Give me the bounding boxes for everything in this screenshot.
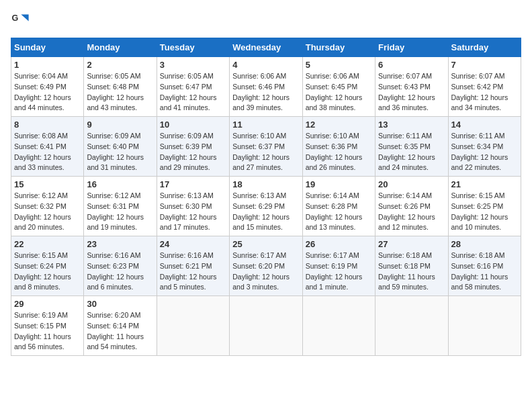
logo: G — [11, 11, 32, 30]
day-info: Sunrise: 6:17 AMSunset: 6:20 PMDaylight:… — [232, 251, 290, 291]
day-number: 7 — [451, 60, 518, 70]
calendar-week-row: 22 Sunrise: 6:15 AMSunset: 6:24 PMDaylig… — [11, 236, 521, 296]
day-number: 29 — [14, 299, 81, 309]
calendar-cell: 30 Sunrise: 6:20 AMSunset: 6:14 PMDaylig… — [84, 296, 157, 356]
calendar-cell: 15 Sunrise: 6:12 AMSunset: 6:32 PMDaylig… — [11, 177, 84, 236]
day-number: 1 — [14, 60, 81, 70]
calendar-cell: 11 Sunrise: 6:10 AMSunset: 6:37 PMDaylig… — [230, 117, 302, 177]
calendar-cell: 17 Sunrise: 6:13 AMSunset: 6:30 PMDaylig… — [157, 177, 229, 236]
calendar-cell: 8 Sunrise: 6:08 AMSunset: 6:41 PMDayligh… — [11, 117, 84, 177]
day-number: 26 — [306, 239, 372, 249]
day-number: 5 — [306, 60, 372, 70]
day-number: 19 — [306, 179, 372, 189]
calendar-cell: 25 Sunrise: 6:17 AMSunset: 6:20 PMDaylig… — [230, 236, 302, 296]
calendar-header-wednesday: Wednesday — [230, 38, 302, 57]
calendar-header-monday: Monday — [84, 38, 157, 57]
calendar-cell: 5 Sunrise: 6:06 AMSunset: 6:45 PMDayligh… — [302, 57, 375, 117]
calendar-cell: 13 Sunrise: 6:11 AMSunset: 6:35 PMDaylig… — [375, 117, 448, 177]
day-info: Sunrise: 6:11 AMSunset: 6:34 PMDaylight:… — [451, 132, 508, 171]
svg-text:G: G — [11, 13, 18, 23]
calendar-week-row: 29 Sunrise: 6:19 AMSunset: 6:15 PMDaylig… — [11, 296, 521, 356]
calendar-cell — [375, 296, 448, 356]
day-number: 30 — [87, 299, 153, 309]
day-info: Sunrise: 6:07 AMSunset: 6:42 PMDaylight:… — [451, 72, 508, 111]
calendar-header-tuesday: Tuesday — [157, 38, 229, 57]
day-number: 16 — [87, 179, 153, 189]
day-number: 25 — [232, 239, 299, 249]
day-info: Sunrise: 6:16 AMSunset: 6:21 PMDaylight:… — [160, 251, 217, 291]
day-number: 22 — [14, 239, 81, 249]
calendar-cell: 27 Sunrise: 6:18 AMSunset: 6:18 PMDaylig… — [375, 236, 448, 296]
day-info: Sunrise: 6:18 AMSunset: 6:16 PMDaylight:… — [451, 251, 508, 291]
calendar-body: 1 Sunrise: 6:04 AMSunset: 6:49 PMDayligh… — [11, 57, 521, 356]
day-number: 8 — [14, 120, 81, 130]
calendar-cell: 9 Sunrise: 6:09 AMSunset: 6:40 PMDayligh… — [84, 117, 157, 177]
calendar-cell: 4 Sunrise: 6:06 AMSunset: 6:46 PMDayligh… — [230, 57, 302, 117]
day-number: 15 — [14, 179, 81, 189]
day-number: 23 — [87, 239, 153, 249]
day-info: Sunrise: 6:15 AMSunset: 6:25 PMDaylight:… — [451, 191, 508, 231]
day-number: 17 — [160, 179, 226, 189]
day-number: 11 — [232, 120, 299, 130]
day-info: Sunrise: 6:18 AMSunset: 6:18 PMDaylight:… — [378, 251, 435, 291]
calendar-header-friday: Friday — [375, 38, 448, 57]
day-number: 20 — [378, 179, 445, 189]
calendar-cell: 21 Sunrise: 6:15 AMSunset: 6:25 PMDaylig… — [448, 177, 521, 236]
calendar-cell — [448, 296, 521, 356]
calendar-cell — [302, 296, 375, 356]
page-header: G — [11, 11, 521, 30]
calendar-cell: 16 Sunrise: 6:12 AMSunset: 6:31 PMDaylig… — [84, 177, 157, 236]
day-number: 9 — [87, 120, 153, 130]
calendar-cell: 18 Sunrise: 6:13 AMSunset: 6:29 PMDaylig… — [230, 177, 302, 236]
day-info: Sunrise: 6:20 AMSunset: 6:14 PMDaylight:… — [87, 311, 144, 351]
day-info: Sunrise: 6:08 AMSunset: 6:41 PMDaylight:… — [14, 132, 71, 171]
day-info: Sunrise: 6:16 AMSunset: 6:23 PMDaylight:… — [87, 251, 144, 291]
day-info: Sunrise: 6:13 AMSunset: 6:30 PMDaylight:… — [160, 191, 217, 231]
day-info: Sunrise: 6:11 AMSunset: 6:35 PMDaylight:… — [378, 132, 435, 171]
day-info: Sunrise: 6:09 AMSunset: 6:39 PMDaylight:… — [160, 132, 217, 171]
day-info: Sunrise: 6:06 AMSunset: 6:45 PMDaylight:… — [306, 72, 363, 111]
calendar-cell: 7 Sunrise: 6:07 AMSunset: 6:42 PMDayligh… — [448, 57, 521, 117]
calendar-week-row: 1 Sunrise: 6:04 AMSunset: 6:49 PMDayligh… — [11, 57, 521, 117]
calendar-cell: 19 Sunrise: 6:14 AMSunset: 6:28 PMDaylig… — [302, 177, 375, 236]
calendar-header-saturday: Saturday — [448, 38, 521, 57]
day-info: Sunrise: 6:05 AMSunset: 6:48 PMDaylight:… — [87, 72, 144, 111]
calendar-header-thursday: Thursday — [302, 38, 375, 57]
calendar-cell: 23 Sunrise: 6:16 AMSunset: 6:23 PMDaylig… — [84, 236, 157, 296]
day-number: 14 — [451, 120, 518, 130]
calendar-cell: 10 Sunrise: 6:09 AMSunset: 6:39 PMDaylig… — [157, 117, 229, 177]
calendar-cell: 28 Sunrise: 6:18 AMSunset: 6:16 PMDaylig… — [448, 236, 521, 296]
calendar-cell: 3 Sunrise: 6:05 AMSunset: 6:47 PMDayligh… — [157, 57, 229, 117]
day-number: 13 — [378, 120, 445, 130]
day-number: 2 — [87, 60, 153, 70]
day-info: Sunrise: 6:15 AMSunset: 6:24 PMDaylight:… — [14, 251, 71, 291]
calendar-header-sunday: Sunday — [11, 38, 84, 57]
calendar-cell: 29 Sunrise: 6:19 AMSunset: 6:15 PMDaylig… — [11, 296, 84, 356]
day-number: 18 — [232, 179, 299, 189]
calendar-table: SundayMondayTuesdayWednesdayThursdayFrid… — [11, 38, 521, 356]
day-info: Sunrise: 6:05 AMSunset: 6:47 PMDaylight:… — [160, 72, 217, 111]
day-number: 10 — [160, 120, 226, 130]
day-number: 3 — [160, 60, 226, 70]
day-info: Sunrise: 6:17 AMSunset: 6:19 PMDaylight:… — [306, 251, 363, 291]
day-info: Sunrise: 6:19 AMSunset: 6:15 PMDaylight:… — [14, 311, 71, 351]
calendar-cell: 6 Sunrise: 6:07 AMSunset: 6:43 PMDayligh… — [375, 57, 448, 117]
calendar-cell: 2 Sunrise: 6:05 AMSunset: 6:48 PMDayligh… — [84, 57, 157, 117]
calendar-cell: 20 Sunrise: 6:14 AMSunset: 6:26 PMDaylig… — [375, 177, 448, 236]
day-number: 24 — [160, 239, 226, 249]
calendar-cell: 14 Sunrise: 6:11 AMSunset: 6:34 PMDaylig… — [448, 117, 521, 177]
day-info: Sunrise: 6:14 AMSunset: 6:28 PMDaylight:… — [306, 191, 363, 231]
calendar-cell: 22 Sunrise: 6:15 AMSunset: 6:24 PMDaylig… — [11, 236, 84, 296]
day-number: 6 — [378, 60, 445, 70]
calendar-cell: 12 Sunrise: 6:10 AMSunset: 6:36 PMDaylig… — [302, 117, 375, 177]
day-number: 4 — [232, 60, 299, 70]
calendar-cell: 24 Sunrise: 6:16 AMSunset: 6:21 PMDaylig… — [157, 236, 229, 296]
day-info: Sunrise: 6:13 AMSunset: 6:29 PMDaylight:… — [232, 191, 290, 231]
calendar-cell — [157, 296, 229, 356]
calendar-header-row: SundayMondayTuesdayWednesdayThursdayFrid… — [11, 38, 521, 57]
logo-icon: G — [11, 11, 30, 30]
calendar-week-row: 8 Sunrise: 6:08 AMSunset: 6:41 PMDayligh… — [11, 117, 521, 177]
day-number: 28 — [451, 239, 518, 249]
day-info: Sunrise: 6:04 AMSunset: 6:49 PMDaylight:… — [14, 72, 71, 111]
day-info: Sunrise: 6:09 AMSunset: 6:40 PMDaylight:… — [87, 132, 144, 171]
